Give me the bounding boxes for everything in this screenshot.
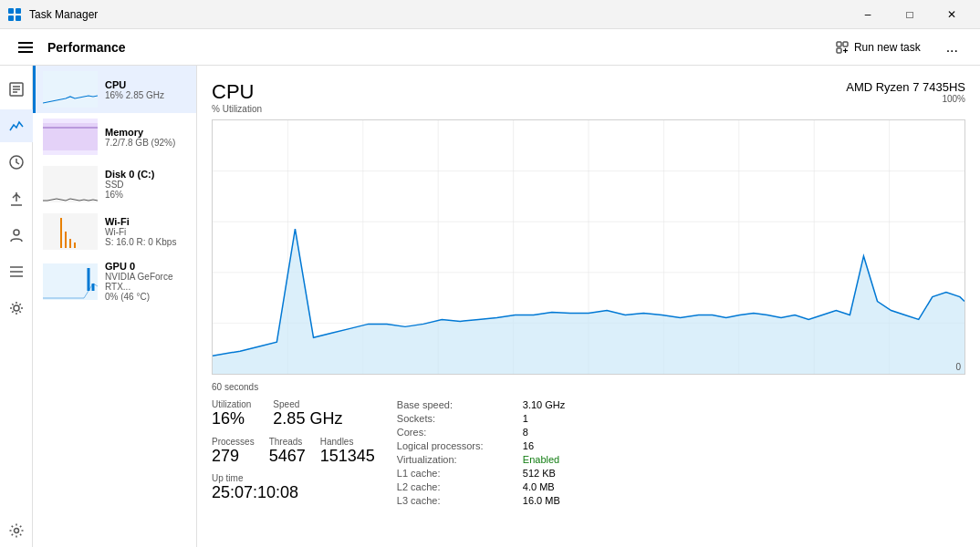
hamburger-line-3 bbox=[18, 51, 33, 53]
spec-key-l1: L1 cache: bbox=[397, 468, 516, 479]
spec-table: Base speed: 3.10 GHz Sockets: 1 Cores: 8 bbox=[397, 399, 565, 506]
cpu-detail: 16% 2.85 GHz bbox=[105, 90, 189, 100]
nav-details-button[interactable] bbox=[0, 255, 33, 288]
cpu-usage-chart bbox=[213, 120, 964, 374]
cpu-label: CPU bbox=[105, 79, 189, 90]
nav-processes-button[interactable] bbox=[0, 73, 33, 106]
nav-icons bbox=[0, 66, 33, 547]
cpu-header: CPU % Utilization AMD Ryzen 7 7435HS 100… bbox=[212, 80, 965, 116]
sidebar-item-memory[interactable]: Memory 7.2/7.8 GB (92%) bbox=[33, 113, 196, 160]
chart-zero-label: 0 bbox=[955, 362, 961, 372]
cpu-info: CPU 16% 2.85 GHz bbox=[105, 79, 189, 100]
spec-sockets: Sockets: 1 bbox=[397, 413, 565, 424]
new-task-icon bbox=[836, 41, 849, 54]
sidebar-item-wifi[interactable]: Wi-Fi Wi-Fi S: 16.0 R: 0 Kbps bbox=[33, 208, 196, 255]
stat-utilization: Utilization 16% bbox=[212, 399, 251, 429]
svg-point-15 bbox=[14, 230, 19, 235]
spec-cores: Cores: 8 bbox=[397, 427, 565, 438]
title-bar-buttons: – □ ✕ bbox=[847, 0, 973, 29]
nav-performance-button[interactable] bbox=[0, 109, 33, 142]
title-bar: Task Manager – □ ✕ bbox=[0, 0, 980, 29]
cpu-chart-container: 0 bbox=[212, 119, 965, 375]
details-icon bbox=[8, 263, 25, 280]
maximize-button[interactable]: □ bbox=[889, 0, 931, 29]
hamburger-menu-button[interactable] bbox=[15, 38, 36, 57]
window-title: Task Manager bbox=[29, 8, 98, 21]
nav-startup-button[interactable] bbox=[0, 182, 33, 215]
stat-processes: Processes 279 bbox=[212, 437, 255, 467]
utilization-stat-label: Utilization bbox=[212, 399, 251, 409]
spec-l3: L3 cache: 16.0 MB bbox=[397, 495, 565, 506]
cpu-title: CPU bbox=[212, 80, 262, 104]
sidebar-item-gpu[interactable]: GPU 0 NVIDIA GeForce RTX... 0% (46 °C) bbox=[33, 255, 196, 307]
app-header: Performance Run new task ... bbox=[0, 29, 980, 66]
close-button[interactable]: ✕ bbox=[931, 0, 973, 29]
spec-key-logical: Logical processors: bbox=[397, 440, 516, 451]
wifi-mini-chart bbox=[43, 213, 98, 250]
settings-icon bbox=[8, 522, 25, 539]
more-options-button[interactable]: ... bbox=[939, 36, 965, 59]
hamburger-line-2 bbox=[18, 46, 33, 48]
spec-l2: L2 cache: 4.0 MB bbox=[397, 481, 565, 492]
spec-key-cores: Cores: bbox=[397, 427, 516, 438]
spec-val-l2: 4.0 MB bbox=[523, 481, 555, 492]
handles-stat-value: 151345 bbox=[320, 447, 375, 467]
services-icon bbox=[8, 300, 25, 316]
disk-detail1: SSD bbox=[105, 180, 189, 190]
stats-right: Base speed: 3.10 GHz Sockets: 1 Cores: 8 bbox=[397, 399, 565, 506]
nav-settings-button[interactable] bbox=[0, 514, 33, 547]
cpu-title-block: CPU % Utilization bbox=[212, 80, 262, 116]
nav-users-button[interactable] bbox=[0, 219, 33, 252]
memory-mini-chart bbox=[43, 119, 98, 155]
wifi-detail2: S: 16.0 R: 0 Kbps bbox=[105, 237, 189, 247]
svg-rect-3 bbox=[16, 15, 21, 21]
svg-rect-5 bbox=[843, 42, 848, 46]
spec-val-base-speed: 3.10 GHz bbox=[523, 399, 565, 410]
svg-rect-1 bbox=[16, 8, 21, 14]
nav-services-button[interactable] bbox=[0, 292, 33, 325]
app-icon bbox=[7, 7, 22, 22]
sidebar-item-disk[interactable]: Disk 0 (C:) SSD 16% bbox=[33, 160, 196, 208]
main-panel: CPU % Utilization AMD Ryzen 7 7435HS 100… bbox=[197, 66, 980, 547]
svg-rect-24 bbox=[43, 166, 98, 202]
stats-section: Utilization 16% Speed 2.85 GHz Processes… bbox=[212, 399, 965, 506]
disk-mini-chart bbox=[43, 166, 98, 202]
stats-row-2: Processes 279 Threads 5467 Handles 15134… bbox=[212, 437, 375, 467]
app-container: Performance Run new task ... bbox=[0, 29, 980, 547]
gpu-mini-chart bbox=[43, 263, 98, 300]
cpu-model-block: AMD Ryzen 7 7435HS 100% bbox=[846, 80, 965, 104]
processes-stat-label: Processes bbox=[212, 437, 255, 447]
utilization-label: % Utilization bbox=[212, 104, 262, 114]
utilization-stat-value: 16% bbox=[212, 409, 251, 429]
gpu-label: GPU 0 bbox=[105, 261, 189, 272]
stat-speed: Speed 2.85 GHz bbox=[273, 399, 342, 429]
spec-key-virtualization: Virtualization: bbox=[397, 454, 516, 465]
stats-left: Utilization 16% Speed 2.85 GHz Processes… bbox=[212, 399, 375, 506]
gpu-detail1: NVIDIA GeForce RTX... bbox=[105, 272, 189, 292]
svg-rect-4 bbox=[837, 42, 841, 46]
stats-row-1: Utilization 16% Speed 2.85 GHz bbox=[212, 399, 375, 429]
spec-virtualization: Virtualization: Enabled bbox=[397, 454, 565, 465]
handles-stat-label: Handles bbox=[320, 437, 375, 447]
header-right: Run new task ... bbox=[829, 36, 965, 59]
spec-val-sockets: 1 bbox=[523, 413, 528, 424]
spec-val-cores: 8 bbox=[523, 427, 528, 438]
startup-icon bbox=[8, 191, 25, 207]
svg-marker-46 bbox=[213, 229, 964, 374]
performance-icon bbox=[8, 118, 25, 134]
sidebar-item-cpu[interactable]: CPU 16% 2.85 GHz bbox=[33, 66, 196, 113]
svg-rect-21 bbox=[43, 71, 98, 108]
header-left: Performance bbox=[15, 38, 126, 57]
svg-rect-6 bbox=[837, 48, 841, 53]
minimize-button[interactable]: – bbox=[847, 0, 889, 29]
page-title: Performance bbox=[47, 40, 126, 55]
speed-stat-label: Speed bbox=[273, 399, 342, 409]
nav-history-button[interactable] bbox=[0, 146, 33, 179]
memory-detail: 7.2/7.8 GB (92%) bbox=[105, 138, 189, 148]
stat-threads: Threads 5467 bbox=[269, 437, 306, 467]
history-icon bbox=[8, 154, 25, 170]
processes-stat-value: 279 bbox=[212, 447, 255, 467]
run-new-task-button[interactable]: Run new task bbox=[829, 37, 928, 57]
title-bar-left: Task Manager bbox=[7, 7, 98, 22]
users-icon bbox=[8, 227, 25, 243]
